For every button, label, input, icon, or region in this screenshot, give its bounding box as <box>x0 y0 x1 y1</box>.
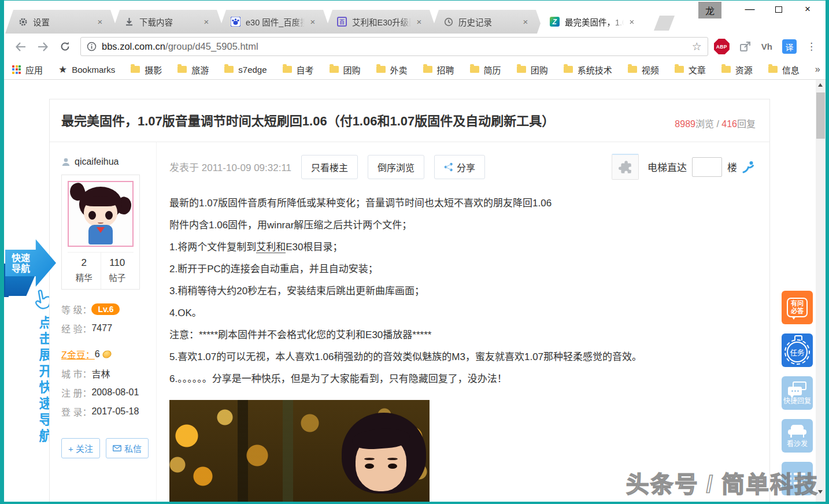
tab-settings[interactable]: 设置 × <box>5 10 119 34</box>
iriver-link[interactable]: 艾利和 <box>256 242 286 253</box>
bookmark-folder-ziyuan[interactable]: 资源 <box>721 64 753 76</box>
address-bar[interactable]: bbs.zol.com.cn/group/d45_5905.html ☆ <box>80 37 708 56</box>
essence-label: 精华 <box>68 271 101 283</box>
author-name[interactable]: qicaifeihua <box>75 157 119 167</box>
tab-close-icon[interactable]: × <box>521 17 530 27</box>
bookmark-folder-sheying[interactable]: 摄影 <box>131 64 162 76</box>
message-button[interactable]: 私信 <box>106 438 149 458</box>
info-icon <box>87 42 97 51</box>
views-count: 8989 <box>675 119 695 129</box>
exp-label: 经 验： <box>61 321 91 335</box>
bookmark-folder-xinxi[interactable]: 信息 <box>768 64 800 76</box>
bookmark-folder-waimai[interactable]: 外卖 <box>376 64 408 76</box>
back-button[interactable] <box>12 38 29 55</box>
folder-icon <box>177 66 187 73</box>
folder-label: 外卖 <box>390 64 408 76</box>
quick-nav-line1: 快速 <box>12 253 30 264</box>
folder-label: 旅游 <box>191 64 209 76</box>
posts-stat[interactable]: 110 帖子 <box>101 253 134 289</box>
tab-baidu-search[interactable]: e30 固件_百度搜 × <box>218 10 331 34</box>
scrollbar-up-arrow[interactable] <box>818 83 823 87</box>
post-header: 发表于 2011-10-09 09:32:11 只看楼主 倒序浏览 分享 电梯直… <box>169 154 756 180</box>
post-paragraph: 4.OK。 <box>169 306 756 320</box>
task-button[interactable]: 任务 <box>782 333 813 367</box>
tab-close-icon[interactable]: × <box>627 17 636 27</box>
author-name-row: qicaifeihua <box>61 157 156 167</box>
bookmark-folder-lvyou[interactable]: 旅游 <box>177 64 209 76</box>
folder-label: 团购 <box>531 64 548 76</box>
folder-label: 招聘 <box>437 64 454 76</box>
tab-iriver-e30[interactable]: 百 艾利和E30升级固 × <box>324 10 438 34</box>
tab-downloads[interactable]: 下载内容 × <box>112 10 225 34</box>
browser-menu-icon[interactable]: ⋮ <box>806 40 816 53</box>
minimize-button[interactable]: — <box>735 1 764 18</box>
bookmark-folder-jianli[interactable]: 简历 <box>470 64 501 76</box>
reverse-order-button[interactable]: 倒序浏览 <box>368 155 424 179</box>
folder-icon <box>675 66 684 73</box>
post-paragraph: 6.。。。。。。分享是一种快乐，但是为了大家能看到，只有隐藏回复了，没办法！ <box>169 372 756 386</box>
bookmark-folder-tuangou-1[interactable]: 团购 <box>330 64 361 76</box>
thread-stats: 8989浏览 / 416回复 <box>675 112 756 130</box>
new-tab-button[interactable] <box>654 16 675 31</box>
url-text[interactable]: bbs.zol.com.cn/group/d45_5905.html <box>102 41 692 52</box>
tab-close-icon[interactable]: × <box>95 17 105 27</box>
jump-icon[interactable] <box>742 160 756 174</box>
folder-icon <box>628 66 637 73</box>
scrollbar[interactable] <box>816 80 826 502</box>
bookmarks-bar: 应用 ★ Bookmarks 摄影 旅游 s7edge 自考 团购 外卖 招聘 … <box>4 60 826 79</box>
refresh-button[interactable] <box>56 38 73 55</box>
tab-active-zol-post[interactable]: Z 最完美固件，1.07 × <box>537 10 650 34</box>
apps-shortcut[interactable]: 应用 <box>12 64 43 76</box>
tab-close-icon[interactable]: × <box>202 17 211 27</box>
author-panel: qicaifeihua <box>50 142 157 502</box>
vh-extension-icon[interactable]: Vh <box>761 42 772 51</box>
zbean-label[interactable]: Z金豆： <box>61 347 95 361</box>
zbean-row: Z金豆： 6 <box>61 344 156 364</box>
folder-icon <box>224 66 234 73</box>
folder-label: s7edge <box>238 65 267 75</box>
post-paragraph: 附件内含1.06固件，用winrar解压缩之后共计两个文件； <box>169 218 756 232</box>
maximize-button[interactable] <box>764 1 793 18</box>
bookmark-folder-zikao[interactable]: 自考 <box>283 64 314 76</box>
adblock-icon[interactable]: ABP <box>714 39 730 54</box>
user-avatar[interactable] <box>68 181 134 247</box>
forward-button[interactable] <box>34 38 51 55</box>
sofa-button[interactable]: 看沙发 <box>782 419 813 453</box>
share-extension-icon[interactable] <box>739 40 752 53</box>
level-badge: Lv.6 <box>91 303 120 315</box>
tab-close-icon[interactable]: × <box>414 17 424 27</box>
city-row: 城 市： 吉林 <box>61 364 156 383</box>
user-icon <box>61 157 71 166</box>
profile-badge[interactable]: 龙 <box>698 2 721 18</box>
tab-close-icon[interactable]: × <box>308 17 317 27</box>
folder-label: 自考 <box>297 64 314 76</box>
bookmark-folder-xitongjishu[interactable]: 系统技术 <box>564 64 612 76</box>
elevator-floor-input[interactable] <box>692 157 722 177</box>
bookmarks-overflow-chevron[interactable]: » <box>815 64 820 75</box>
register-value: 2008-08-01 <box>91 387 139 398</box>
quick-reply-button[interactable]: 快捷回复 <box>782 376 813 410</box>
share-button[interactable]: 分享 <box>434 155 485 179</box>
toolbar: bbs.zol.com.cn/group/d45_5905.html ☆ ABP… <box>4 34 826 60</box>
bookmark-folder-wenzhang[interactable]: 文章 <box>675 64 706 76</box>
scrollbar-thumb[interactable] <box>816 92 825 139</box>
close-button[interactable]: × <box>793 1 822 18</box>
folder-label: 系统技术 <box>578 64 612 76</box>
follow-button[interactable]: + 关注 <box>61 438 100 458</box>
bookmark-folder-tuangou-2[interactable]: 团购 <box>517 64 548 76</box>
translate-extension-icon[interactable]: 译 <box>782 39 797 54</box>
bookmarks-folder-root[interactable]: ★ Bookmarks <box>58 64 115 76</box>
only-author-button[interactable]: 只看楼主 <box>301 155 358 179</box>
maximize-icon <box>775 6 782 13</box>
bookmark-folder-zhaopin[interactable]: 招聘 <box>423 64 454 76</box>
bookmark-folder-s7edge[interactable]: s7edge <box>224 65 267 75</box>
folder-label: 文章 <box>689 64 706 76</box>
essence-stat[interactable]: 2 精华 <box>68 253 101 289</box>
scrollbar-down-arrow[interactable] <box>818 490 823 494</box>
post-column: 发表于 2011-10-09 09:32:11 只看楼主 倒序浏览 分享 电梯直… <box>157 142 769 502</box>
bookmark-folder-shipin[interactable]: 视频 <box>628 64 659 76</box>
plugin-placeholder[interactable] <box>612 154 639 180</box>
qa-button[interactable]: 有问 必答 <box>782 291 813 324</box>
bookmark-star-icon[interactable]: ☆ <box>692 40 702 53</box>
tab-history[interactable]: 历史记录 × <box>431 10 544 34</box>
